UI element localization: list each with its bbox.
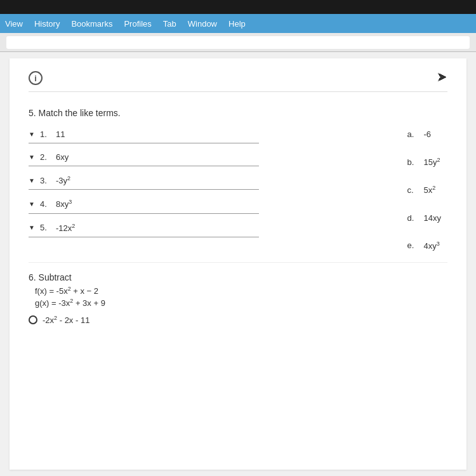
menu-tab[interactable]: Tab: [163, 19, 176, 29]
match-item-5: ▼ 5. -12x2: [29, 223, 259, 237]
answer-term-d: 14xy: [424, 213, 441, 223]
answer-row-e: e. 4xy3: [407, 241, 441, 251]
answer-option-1[interactable]: -2x2 - 2x - 11: [29, 315, 447, 325]
answer-label-d: d.: [407, 213, 419, 223]
menu-view[interactable]: View: [5, 19, 23, 29]
menu-bookmarks[interactable]: Bookmarks: [71, 19, 112, 29]
match-number-3: 3.: [40, 176, 53, 185]
question-6: 6. Subtract f(x) = -5x2 + x − 2 g(x) = -…: [29, 262, 447, 325]
answer-term-b: 15y2: [424, 157, 440, 167]
answer-label-c: c.: [407, 185, 419, 195]
cursor-indicator: ⮞: [437, 72, 447, 84]
match-term-5: -12x2: [56, 223, 75, 233]
match-number-1: 1.: [40, 129, 53, 139]
answer-label-b: b.: [407, 157, 419, 167]
question-6-title: 6. Subtract: [29, 272, 447, 282]
match-item-4: ▼ 4. 8xy3: [29, 199, 259, 213]
right-column: a. -6 b. 15y2 c. 5x2 d. 14xy: [407, 129, 441, 268]
match-item-1: ▼ 1. 11: [29, 129, 259, 143]
menu-window[interactable]: Window: [188, 19, 217, 29]
answer-term-e: 4xy3: [424, 241, 440, 251]
option-text-1: -2x2 - 2x - 11: [43, 315, 89, 325]
info-row: i ⮞: [29, 71, 447, 92]
match-item-2: ▼ 2. 6xy: [29, 152, 259, 166]
answer-row-a: a. -6: [407, 129, 441, 139]
url-bar: y.com/my-classes/7939840/F2TX8: [0, 33, 476, 52]
dropdown-arrow-3[interactable]: ▼: [29, 177, 35, 184]
match-term-4: 8xy3: [56, 199, 72, 209]
content-area: i ⮞ 5. Match the like terms. ▼ 1. 11 ▼ 2…: [0, 52, 476, 476]
match-number-4: 4.: [40, 199, 53, 209]
dropdown-arrow-4[interactable]: ▼: [29, 201, 35, 208]
info-icon[interactable]: i: [29, 71, 43, 85]
match-container: ▼ 1. 11 ▼ 2. 6xy ▼ 3. -3y2: [29, 129, 447, 246]
answer-term-a: -6: [424, 129, 432, 139]
dropdown-arrow-1[interactable]: ▼: [29, 131, 35, 138]
func2-line: g(x) = -3x2 + 3x + 9: [29, 298, 447, 308]
answer-term-c: 5x2: [424, 185, 436, 195]
answer-row-d: d. 14xy: [407, 213, 441, 223]
match-number-5: 5.: [40, 223, 53, 232]
question-5-title: 5. Match the like terms.: [29, 108, 447, 118]
answer-label-a: a.: [407, 129, 419, 139]
dropdown-arrow-5[interactable]: ▼: [29, 224, 35, 231]
answer-label-e: e.: [407, 241, 419, 250]
radio-circle-1[interactable]: [29, 315, 37, 324]
match-number-2: 2.: [40, 152, 53, 162]
menu-history[interactable]: History: [34, 19, 60, 29]
menu-help[interactable]: Help: [228, 19, 246, 29]
left-column: ▼ 1. 11 ▼ 2. 6xy ▼ 3. -3y2: [29, 129, 259, 246]
dropdown-arrow-2[interactable]: ▼: [29, 154, 35, 161]
match-term-1: 11: [56, 129, 65, 139]
page-content: i ⮞ 5. Match the like terms. ▼ 1. 11 ▼ 2…: [10, 58, 466, 470]
menu-profiles[interactable]: Profiles: [124, 19, 151, 29]
url-input[interactable]: y.com/my-classes/7939840/F2TX8: [6, 36, 470, 49]
os-bar: [0, 0, 476, 14]
func1-line: f(x) = -5x2 + x − 2: [29, 286, 447, 296]
match-term-3: -3y2: [56, 175, 70, 185]
match-item-3: ▼ 3. -3y2: [29, 175, 259, 190]
match-term-2: 6xy: [56, 152, 69, 162]
answer-row-c: c. 5x2: [407, 185, 441, 195]
question-5: 5. Match the like terms. ▼ 1. 11 ▼ 2. 6x…: [29, 108, 447, 246]
answer-row-b: b. 15y2: [407, 157, 441, 167]
menu-bar: View History Bookmarks Profiles Tab Wind…: [0, 14, 476, 33]
